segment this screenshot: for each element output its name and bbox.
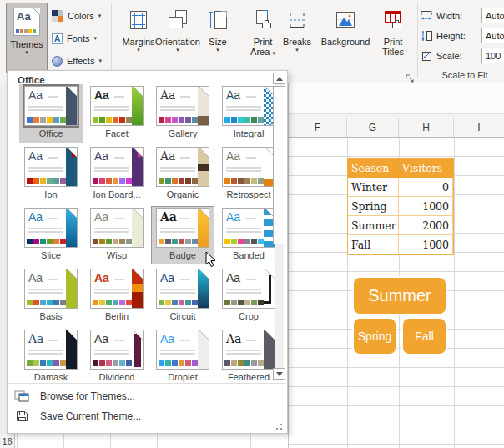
theme-item-crop[interactable]: AaCrop — [217, 267, 280, 325]
theme-item-label: Office — [19, 128, 83, 138]
save-current-theme-item[interactable]: Save Current Theme... — [9, 406, 285, 426]
visitors-cell[interactable]: 2000 — [399, 216, 453, 235]
theme-item-facet[interactable]: AaFacet — [85, 84, 149, 143]
table-header-cell[interactable]: Season — [348, 159, 399, 178]
theme-thumbnail: Aa — [90, 330, 144, 370]
breaks-button[interactable]: Breaks ▾ — [280, 3, 315, 78]
theme-color-swatches — [224, 178, 264, 184]
theme-item-retrospect[interactable]: AaRetrospect — [217, 145, 280, 204]
scroll-up-button[interactable] — [273, 73, 285, 84]
chevron-down-icon: ▾ — [176, 47, 179, 53]
row-header-16[interactable]: 16 — [0, 434, 15, 448]
orientation-icon — [167, 7, 189, 33]
bottom-grid-strip: 16 — [0, 434, 288, 448]
page-setup-dialog-launcher[interactable] — [406, 72, 415, 81]
theme-color-swatches — [93, 117, 132, 123]
season-cell[interactable]: Summer — [348, 216, 399, 235]
theme-item-dividend[interactable]: AaDividend — [85, 328, 149, 386]
column-headers: FGHI — [289, 118, 504, 138]
theme-item-feathered[interactable]: AaFeathered — [217, 328, 280, 386]
theme-item-organic[interactable]: AaOrganic — [151, 145, 214, 204]
theme-thumbnail: Aa — [156, 208, 209, 248]
visitors-cell[interactable]: 0 — [399, 178, 453, 197]
resize-gripper[interactable] — [276, 424, 282, 430]
scale-input[interactable]: 100 — [481, 48, 504, 63]
summer-shape-button[interactable]: Summer — [354, 278, 446, 314]
height-input[interactable]: Auto — [481, 28, 504, 43]
aa-glyph: Aa — [28, 332, 43, 346]
save-theme-icon — [14, 410, 29, 422]
visitors-cell[interactable]: 1000 — [399, 197, 453, 216]
formula-bar-strip — [289, 83, 504, 114]
theme-item-wisp[interactable]: AaWisp — [85, 206, 149, 264]
browse-themes-icon — [14, 390, 29, 402]
themes-gallery-dropdown: Office AaOfficeAaFacetAaGalleryAaIntegra… — [7, 70, 288, 434]
theme-item-integral[interactable]: AaIntegral — [217, 84, 280, 143]
column-header-G[interactable]: G — [347, 118, 399, 137]
background-button[interactable]: Background — [317, 3, 374, 78]
print-titles-label-2: Titles — [382, 47, 404, 57]
column-header-F[interactable]: F — [289, 118, 347, 137]
print-area-button[interactable]: Print Area ▾ — [244, 3, 281, 78]
column-header-H[interactable]: H — [399, 118, 454, 137]
themes-button[interactable]: Aa Themes ▾ — [6, 3, 48, 73]
theme-item-banded[interactable]: AaBanded — [217, 206, 280, 264]
theme-item-office[interactable]: AaOffice — [19, 84, 83, 143]
chevron-down-icon: ▾ — [295, 47, 299, 53]
aa-glyph: Aa — [94, 149, 108, 164]
theme-item-droplet[interactable]: AaDroplet — [151, 328, 214, 386]
aa-glyph: Aa — [28, 88, 43, 103]
theme-color-swatches — [159, 360, 198, 366]
visitors-cell[interactable]: 1000 — [399, 235, 453, 254]
theme-color-swatches — [93, 300, 132, 305]
page-fold — [199, 148, 209, 157]
page-fold — [68, 269, 77, 279]
colors-button[interactable]: Colors ▾ — [52, 7, 101, 25]
size-label: Size — [209, 37, 226, 47]
aa-glyph: Aa — [160, 149, 175, 164]
season-cell[interactable]: Winter — [348, 178, 399, 197]
theme-item-circuit[interactable]: AaCircuit — [151, 267, 214, 325]
page-fold — [134, 269, 143, 279]
theme-item-label: Dividend — [85, 372, 149, 382]
table-header-cell[interactable]: Visitors — [399, 159, 453, 178]
theme-color-swatches — [224, 300, 264, 305]
theme-item-basis[interactable]: AaBasis — [19, 267, 83, 325]
fonts-button[interactable]: A Fonts ▾ — [52, 29, 97, 48]
theme-thumbnail: Aa — [90, 208, 144, 248]
page-fold — [134, 209, 143, 218]
spring-shape-button[interactable]: Spring — [354, 319, 396, 354]
aa-glyph: Aa — [94, 271, 109, 285]
scrollbar-thumb[interactable] — [273, 86, 285, 244]
theme-item-damask[interactable]: AaDamask — [19, 328, 83, 386]
aa-glyph: Aa — [94, 332, 108, 346]
season-cell[interactable]: Fall — [348, 235, 399, 254]
orientation-button[interactable]: Orientation ▾ — [153, 3, 203, 78]
theme-item-label: Gallery — [151, 128, 214, 138]
theme-item-label: Organic — [151, 189, 214, 199]
season-cell[interactable]: Spring — [348, 197, 399, 216]
effects-button[interactable]: Effects ▾ — [52, 52, 102, 70]
browse-for-themes-item[interactable]: Browse for Themes... — [9, 386, 285, 406]
fall-shape-button[interactable]: Fall — [403, 319, 446, 354]
scroll-down-button[interactable] — [273, 368, 285, 380]
excel-window: Aa Themes ▾ Colors ▾ A Fonts ▾ Effects ▾ — [0, 0, 504, 448]
theme-item-label: Berlin — [85, 311, 149, 321]
chevron-down-icon: ▾ — [94, 35, 98, 42]
theme-item-berlin[interactable]: AaBerlin — [85, 267, 149, 325]
theme-item-label: Circuit — [151, 311, 214, 321]
width-input[interactable]: Auto — [481, 8, 504, 23]
theme-item-gallery[interactable]: AaGallery — [151, 84, 214, 143]
theme-item-slice[interactable]: AaSlice — [19, 206, 83, 264]
print-titles-button[interactable]: Print Titles — [375, 3, 411, 78]
theme-color-swatches — [224, 117, 264, 123]
themes-icon: Aa — [13, 8, 40, 36]
theme-thumbnail: Aa — [90, 86, 144, 126]
size-button[interactable]: Size ▾ — [203, 3, 233, 78]
theme-thumbnail: Aa — [156, 330, 209, 370]
theme-item-ion-board[interactable]: AaIon Board... — [85, 145, 149, 204]
theme-thumbnail: Aa — [156, 147, 209, 187]
theme-color-swatches — [159, 300, 198, 305]
column-header-I[interactable]: I — [454, 118, 504, 137]
theme-item-ion[interactable]: AaIon — [19, 145, 83, 204]
